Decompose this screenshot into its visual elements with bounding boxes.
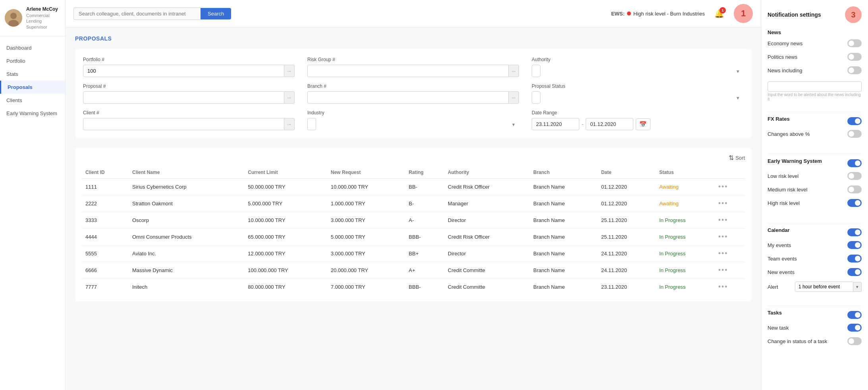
my-events-toggle[interactable] <box>847 241 862 249</box>
low-risk-toggle[interactable] <box>847 172 862 180</box>
changes-above-toggle[interactable] <box>847 130 862 138</box>
politics-news-toggle[interactable] <box>847 53 862 61</box>
cell-client-id: 7777 <box>81 279 128 295</box>
risk-group-input[interactable] <box>307 65 509 77</box>
cell-client-name: Omni Consumer Products <box>128 229 244 245</box>
high-risk-row: High risk level <box>768 199 862 209</box>
divider-4 <box>768 305 862 306</box>
sort-row[interactable]: ⇅ Sort <box>81 154 745 162</box>
news-including-label: News including <box>768 68 802 73</box>
team-events-toggle[interactable] <box>847 255 862 263</box>
calendar-section: Calendar My events Team events New event… <box>768 227 862 295</box>
sidebar-item-clients[interactable]: Clients <box>0 94 65 107</box>
cell-new-request: 5.000.000 TRY <box>327 229 405 245</box>
cell-date: 23.11.2020 <box>597 279 655 295</box>
portfolio-input[interactable] <box>83 65 284 77</box>
cell-branch: Branch Name <box>529 212 597 229</box>
economy-news-toggle[interactable] <box>847 39 862 47</box>
col-actions <box>714 166 745 179</box>
cell-branch: Branch Name <box>529 229 597 245</box>
alert-chevron-button[interactable]: ▾ <box>853 282 862 292</box>
cell-date: 25.11.2020 <box>597 212 655 229</box>
sidebar-item-stats[interactable]: Stats <box>0 68 65 81</box>
divider-2 <box>768 154 862 154</box>
risk-group-label: Risk Group # <box>307 57 519 62</box>
new-events-toggle[interactable] <box>847 268 862 276</box>
cell-authority: Director <box>444 212 529 229</box>
new-events-row: New events <box>768 268 862 278</box>
cell-new-request: 7.000.000 TRY <box>327 279 405 295</box>
new-task-row: New task <box>768 324 862 334</box>
cell-new-request: 3.000.000 TRY <box>327 245 405 262</box>
tasks-toggle[interactable] <box>847 311 862 319</box>
economy-news-row: Economy news <box>768 39 862 50</box>
cell-branch: Branch Name <box>529 245 597 262</box>
low-risk-label: Low risk level <box>768 173 799 179</box>
row-actions-button[interactable]: ••• <box>718 266 728 274</box>
ews-toggle[interactable] <box>847 159 862 167</box>
cell-new-request: 3.000.000 TRY <box>327 212 405 229</box>
ews-alert-text: High risk level - Burn Industries <box>633 11 705 17</box>
portfolio-more-button[interactable]: ··· <box>284 65 295 77</box>
table-row: 4444 Omni Consumer Products 65.000.000 T… <box>81 229 745 245</box>
user-profile: Arlene McCoy Commercial Lending Supervis… <box>0 0 65 37</box>
col-client-name: Client Name <box>128 166 244 179</box>
proposal-input[interactable] <box>83 91 284 104</box>
portfolio-label: Portfolio # <box>83 57 295 62</box>
news-including-toggle[interactable] <box>847 66 862 74</box>
search-input[interactable] <box>73 8 201 20</box>
status-change-label: Change in status of a task <box>768 338 827 344</box>
alert-select[interactable]: 1 hour before event 30 minutes before ev… <box>795 282 853 292</box>
search-button[interactable]: Search <box>201 8 231 19</box>
fx-rates-toggle[interactable] <box>847 117 862 125</box>
table-row: 2222 Stratton Oakmont 5.000.000 TRY 1.00… <box>81 195 745 212</box>
new-task-toggle[interactable] <box>847 324 862 332</box>
proposal-status-select[interactable] <box>532 91 540 104</box>
cell-authority: Director <box>444 245 529 262</box>
industry-select[interactable] <box>307 118 316 130</box>
cell-status: In Progress <box>655 212 714 229</box>
row-actions-button[interactable]: ••• <box>718 249 728 258</box>
cell-actions: ••• <box>714 245 745 262</box>
row-actions-button[interactable]: ••• <box>718 199 728 208</box>
calendar-toggle[interactable] <box>847 228 862 236</box>
high-risk-toggle[interactable] <box>847 199 862 207</box>
content-area: PROPOSALS Portfolio # ··· Risk Group # ·… <box>66 27 761 390</box>
calendar-button[interactable]: 📅 <box>636 118 650 130</box>
authority-select[interactable] <box>532 65 540 77</box>
cell-current-limit: 12.000.000 TRY <box>244 245 327 262</box>
cell-client-name: Massive Dynamic <box>128 262 244 279</box>
date-from-input[interactable] <box>532 118 579 130</box>
sidebar-item-dashboard[interactable]: Dashboard <box>0 41 65 54</box>
cell-client-id: 6666 <box>81 262 128 279</box>
proposal-more-button[interactable]: ··· <box>284 91 295 104</box>
cell-actions: ••• <box>714 195 745 212</box>
news-including-input[interactable] <box>768 81 862 92</box>
medium-risk-toggle[interactable] <box>847 185 862 193</box>
row-actions-button[interactable]: ••• <box>718 233 728 241</box>
profile-name: Arlene McCoy <box>26 6 60 12</box>
team-events-row: Team events <box>768 255 862 265</box>
status-change-toggle[interactable] <box>847 337 862 345</box>
sidebar-item-portfolio[interactable]: Portfolio <box>0 54 65 68</box>
tasks-title: Tasks <box>768 310 782 316</box>
sidebar-item-ews[interactable]: Early Warning System <box>0 107 65 120</box>
client-input[interactable] <box>83 118 284 130</box>
row-actions-button[interactable]: ••• <box>718 216 728 224</box>
cell-rating: A+ <box>405 262 444 279</box>
sidebar-item-proposals[interactable]: Proposals <box>0 81 65 94</box>
risk-group-more-button[interactable]: ··· <box>509 65 519 77</box>
row-actions-button[interactable]: ••• <box>718 183 728 191</box>
filter-risk-group: Risk Group # ··· <box>307 57 519 77</box>
bell-area[interactable]: 🔔 1 <box>714 9 724 18</box>
client-more-button[interactable]: ··· <box>284 118 295 130</box>
filter-portfolio: Portfolio # ··· <box>83 57 295 77</box>
topbar: Search EWS: High risk level - Burn Indus… <box>66 0 761 27</box>
ews-dot-icon <box>627 12 631 15</box>
row-actions-button[interactable]: ••• <box>718 283 728 291</box>
date-to-input[interactable] <box>586 118 633 130</box>
branch-more-button[interactable]: ··· <box>509 91 519 104</box>
cell-current-limit: 5.000.000 TRY <box>244 195 327 212</box>
cell-date: 24.11.2020 <box>597 262 655 279</box>
branch-input[interactable] <box>307 91 509 104</box>
